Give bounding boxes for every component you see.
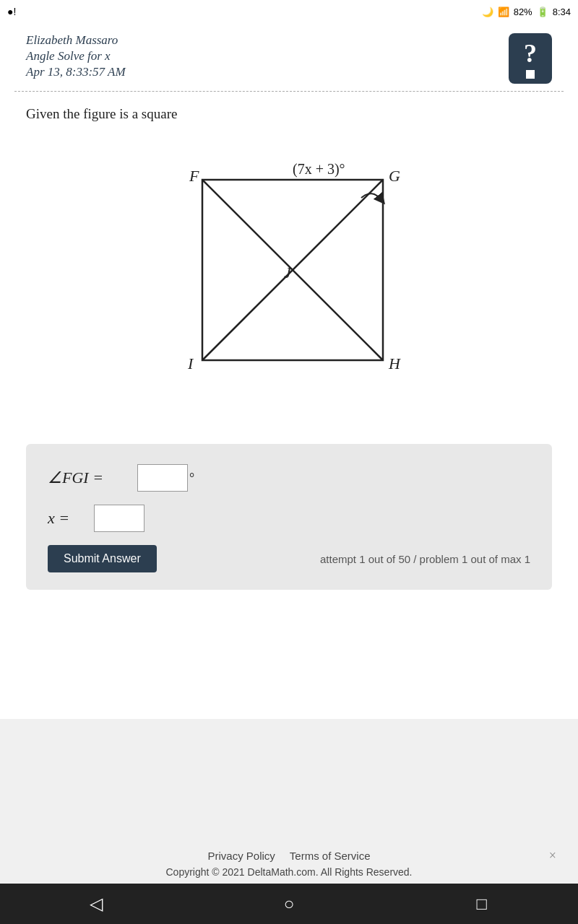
vertex-i-label: I <box>187 354 194 372</box>
submit-button[interactable]: Submit Answer <box>48 545 157 572</box>
x-row: x = <box>48 505 530 532</box>
header-info: Elizabeth Massaro Angle Solve for x Apr … <box>26 33 126 79</box>
answer-box: ∠FGI = ° x = Submit Answer attempt 1 out… <box>26 444 552 590</box>
help-question-mark: ? <box>524 38 537 69</box>
footer-links: Privacy Policy Terms of Service × <box>0 850 578 862</box>
content-spacer <box>0 719 578 837</box>
fgi-label: ∠FGI = <box>48 468 134 487</box>
status-right: 🌙 📶 82% 🔋 8:34 <box>482 6 571 17</box>
problem-topic: Angle Solve for x <box>26 49 126 64</box>
clock: 8:34 <box>553 6 571 17</box>
vertex-h-label: H <box>388 354 401 372</box>
home-button[interactable]: ○ <box>267 884 311 924</box>
problem-section: Given the figure is a square F G H I J <box>0 92 578 432</box>
submit-row: Submit Answer attempt 1 out of 50 / prob… <box>48 545 530 572</box>
vertex-g-label: G <box>389 167 400 185</box>
degree-symbol: ° <box>189 471 194 486</box>
recent-apps-button[interactable]: □ <box>460 884 504 924</box>
fgi-row: ∠FGI = ° <box>48 464 530 492</box>
fgi-input[interactable] <box>137 464 188 492</box>
privacy-policy-link[interactable]: Privacy Policy <box>207 850 275 862</box>
help-button[interactable]: ? <box>509 33 552 84</box>
copyright-text: Copyright © 2021 DeltaMath.com. All Righ… <box>0 866 578 878</box>
x-input[interactable] <box>94 505 144 532</box>
problem-datetime: Apr 13, 8:33:57 AM <box>26 65 126 79</box>
angle-expression-label: (7x + 3)° <box>293 161 345 178</box>
footer: Privacy Policy Terms of Service × Copyri… <box>0 837 578 884</box>
header-section: Elizabeth Massaro Angle Solve for x Apr … <box>0 23 578 91</box>
status-bar: ●! 🌙 📶 82% 🔋 8:34 <box>0 0 578 23</box>
footer-close-button[interactable]: × <box>549 848 556 863</box>
x-label: x = <box>48 509 91 528</box>
main-content: Elizabeth Massaro Angle Solve for x Apr … <box>0 23 578 719</box>
geometry-figure: F G H I J (7x + 3)° <box>152 136 426 411</box>
figure-container: F G H I J (7x + 3)° <box>26 136 552 411</box>
moon-icon: 🌙 <box>482 6 493 17</box>
status-left: ●! <box>7 6 16 17</box>
student-name: Elizabeth Massaro <box>26 33 126 48</box>
battery-text: 82% <box>514 6 532 17</box>
nav-bar: ◁ ○ □ <box>0 884 578 924</box>
notification-icon: ●! <box>7 6 16 17</box>
vertex-f-label: F <box>189 167 199 185</box>
problem-description: Given the figure is a square <box>26 106 552 122</box>
vertex-j-label: J <box>284 263 292 282</box>
terms-of-service-link[interactable]: Terms of Service <box>290 850 371 862</box>
attempt-text: attempt 1 out of 50 / problem 1 out of m… <box>320 553 530 565</box>
wifi-icon: 📶 <box>498 6 509 17</box>
battery-icon: 🔋 <box>537 6 548 17</box>
back-button[interactable]: ◁ <box>74 884 118 924</box>
help-square <box>526 70 535 79</box>
